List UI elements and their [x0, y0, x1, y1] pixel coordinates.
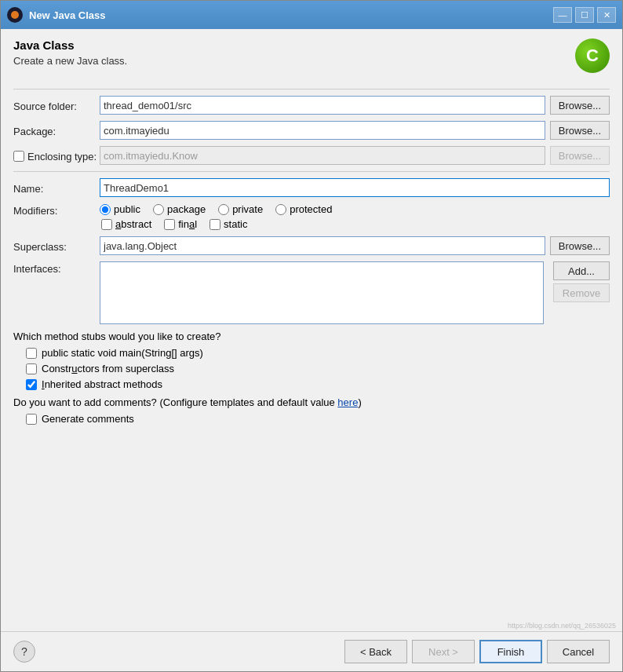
comments-here-link[interactable]: here	[337, 396, 358, 408]
comments-question: Do you want to add comments? (Configure …	[13, 396, 610, 408]
package-browse-button[interactable]: Browse...	[550, 121, 610, 140]
header-section: Java Class Create a new Java class. C	[13, 38, 610, 73]
footer-right: < Back Next > Finish Cancel	[344, 640, 610, 663]
stub-inherited-checkbox[interactable]	[26, 379, 37, 390]
header-divider	[13, 89, 610, 89]
modifier-final-checkbox[interactable]	[164, 219, 175, 230]
interfaces-add-button[interactable]: Add...	[553, 261, 610, 280]
next-button[interactable]: Next >	[412, 640, 475, 663]
interfaces-area: Add... Remove	[100, 261, 610, 324]
dialog-subtitle: Create a new Java class.	[13, 55, 127, 67]
modifier-static[interactable]: static	[209, 218, 247, 230]
generate-comments-checkbox[interactable]	[26, 414, 37, 425]
minimize-button[interactable]: —	[553, 7, 572, 23]
modifiers-checkbox-row: abstract final static	[101, 218, 332, 230]
stub-constructors-checkbox[interactable]	[26, 363, 37, 374]
superclass-row: Superclass: Browse...	[13, 236, 610, 255]
package-label: Package:	[13, 124, 100, 137]
footer-watermark: https://blog.csdn.net/qq_26536025	[1, 620, 622, 631]
name-input[interactable]	[100, 178, 610, 197]
source-folder-input[interactable]	[100, 96, 545, 115]
stub-constructors-option: Constructors from superclass	[26, 363, 610, 374]
form-divider	[13, 171, 610, 172]
modifier-public-radio[interactable]	[100, 204, 111, 215]
name-input-area	[100, 178, 610, 197]
interfaces-row: Interfaces: Add... Remove	[13, 261, 610, 324]
modifier-abstract-checkbox[interactable]	[101, 219, 112, 230]
enclosing-type-label[interactable]: Enclosing type:	[27, 151, 97, 163]
stub-constructors-label[interactable]: Constructors from superclass	[42, 363, 174, 374]
enclosing-type-browse-button[interactable]: Browse...	[550, 146, 610, 165]
footer-left: ?	[13, 641, 35, 663]
stubs-section: Which method stubs would you like to cre…	[13, 331, 610, 390]
name-label: Name:	[13, 181, 100, 195]
modifier-abstract[interactable]: abstract	[101, 218, 151, 230]
source-folder-label: Source folder:	[13, 99, 100, 112]
new-java-class-dialog: New Java Class — ☐ ✕ Java Class Create a…	[0, 0, 623, 672]
modifier-protected[interactable]: protected	[275, 203, 332, 215]
java-class-icon: C	[575, 38, 610, 73]
modifiers-row: Modifiers: public package	[13, 203, 610, 230]
source-folder-browse-button[interactable]: Browse...	[550, 96, 610, 115]
enclosing-type-input[interactable]	[100, 146, 545, 165]
modifiers-radio-row: public package private protected	[100, 203, 332, 215]
footer: ? < Back Next > Finish Cancel	[1, 631, 622, 671]
title-bar: New Java Class — ☐ ✕	[1, 1, 622, 29]
stub-main-option: public static void main(String[] args)	[26, 347, 610, 359]
form-area: Source folder: Browse... Package: Browse…	[13, 96, 610, 614]
source-folder-row: Source folder: Browse...	[13, 96, 610, 115]
package-input[interactable]	[100, 121, 545, 140]
superclass-label: Superclass:	[13, 239, 100, 253]
enclosing-type-label-area: Enclosing type:	[13, 149, 100, 163]
help-button[interactable]: ?	[13, 641, 35, 663]
stub-main-checkbox[interactable]	[26, 348, 37, 359]
superclass-input[interactable]	[100, 236, 545, 255]
back-button[interactable]: < Back	[344, 640, 407, 663]
modifiers-label: Modifiers:	[13, 203, 100, 217]
name-row: Name:	[13, 178, 610, 197]
stub-main-label[interactable]: public static void main(String[] args)	[42, 347, 203, 359]
window-title: New Java Class	[29, 9, 553, 21]
package-row: Package: Browse...	[13, 121, 610, 140]
package-input-area: Browse...	[100, 121, 610, 140]
generate-comments-option: Generate comments	[26, 413, 610, 425]
enclosing-type-input-area: Browse...	[100, 146, 610, 165]
superclass-input-area: Browse...	[100, 236, 610, 255]
comments-section: Do you want to add comments? (Configure …	[13, 396, 610, 425]
window-controls: — ☐ ✕	[553, 7, 616, 23]
modifier-package-radio[interactable]	[153, 204, 164, 215]
stubs-question: Which method stubs would you like to cre…	[13, 331, 610, 342]
interfaces-textbox[interactable]	[100, 261, 544, 324]
modifier-static-checkbox[interactable]	[209, 219, 220, 230]
interfaces-buttons: Add... Remove	[553, 261, 610, 302]
stub-inherited-label[interactable]: Inherited abstract methods	[42, 378, 162, 390]
dialog-title: Java Class	[13, 38, 127, 52]
header-text: Java Class Create a new Java class.	[13, 38, 127, 67]
modifier-private[interactable]: private	[218, 203, 263, 215]
modifier-protected-radio[interactable]	[275, 204, 286, 215]
maximize-button[interactable]: ☐	[575, 7, 594, 23]
cancel-button[interactable]: Cancel	[547, 640, 610, 663]
finish-button[interactable]: Finish	[479, 640, 542, 663]
modifiers-section: public package private protected	[100, 203, 332, 230]
source-folder-input-area: Browse...	[100, 96, 610, 115]
generate-comments-label[interactable]: Generate comments	[42, 413, 134, 425]
enclosing-type-checkbox[interactable]	[13, 151, 24, 162]
interfaces-label: Interfaces:	[13, 261, 100, 275]
close-button[interactable]: ✕	[597, 7, 616, 23]
modifier-final[interactable]: final	[164, 218, 197, 230]
stub-inherited-option: Inherited abstract methods	[26, 378, 610, 390]
modifier-private-radio[interactable]	[218, 204, 229, 215]
enclosing-type-row: Enclosing type: Browse...	[13, 146, 610, 165]
interfaces-remove-button[interactable]: Remove	[553, 283, 610, 302]
content-area: Java Class Create a new Java class. C So…	[1, 29, 622, 620]
modifier-package[interactable]: package	[153, 203, 206, 215]
modifier-public[interactable]: public	[100, 203, 140, 215]
superclass-browse-button[interactable]: Browse...	[550, 236, 610, 255]
eclipse-icon	[7, 7, 23, 23]
